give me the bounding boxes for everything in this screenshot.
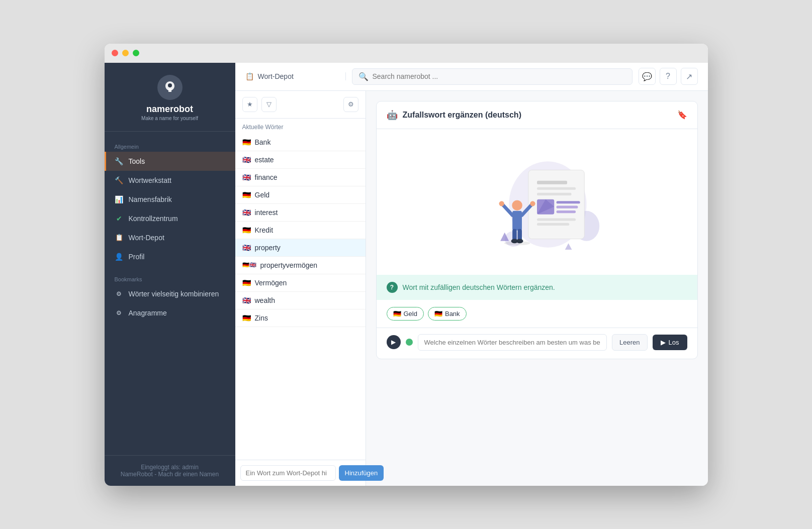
flag-icon: 🇬🇧 — [242, 244, 251, 251]
word-text: wealth — [255, 296, 349, 304]
sidebar-item-tools[interactable]: 🔧 Tools — [105, 152, 235, 171]
app-body: namerobot Make a name for yourself Allge… — [105, 63, 708, 486]
sidebar-item-label: Wortwerkstatt — [129, 176, 171, 184]
svg-rect-11 — [556, 201, 580, 203]
tag-label: Bank — [445, 310, 460, 318]
close-button[interactable] — [112, 50, 118, 56]
tag-bank[interactable]: 🇩🇪 Bank — [428, 307, 467, 321]
sidebar-item-profil[interactable]: 👤 Profil — [105, 247, 235, 266]
word-text: Bank — [255, 138, 349, 146]
los-button[interactable]: ▶ Los — [653, 335, 687, 350]
word-text: Zins — [255, 314, 349, 322]
word-text: interest — [255, 208, 349, 217]
sidebar-item-namensfabrik[interactable]: 📊 Namensfabrik — [105, 190, 235, 209]
search-bar[interactable]: 🔍 — [352, 68, 633, 85]
sidebar-item-anagramme[interactable]: ⚙ Anagramme — [105, 303, 235, 323]
word-item[interactable]: 🇬🇧 estate ⚙ — [235, 151, 366, 169]
word-item[interactable]: 🇩🇪 Zins ⚙ — [235, 309, 366, 327]
tool-illustration — [377, 129, 697, 275]
leeren-button[interactable]: Leeren — [612, 334, 647, 351]
footer-line1: Eingeloggt als: admin — [115, 464, 225, 471]
illustration-svg — [462, 144, 612, 265]
flag-icon: 🇩🇪 — [242, 227, 251, 234]
svg-point-0 — [168, 83, 172, 87]
logo-text: namerobot — [146, 104, 193, 115]
svg-rect-6 — [537, 180, 567, 184]
description-input[interactable] — [418, 334, 607, 351]
svg-rect-16 — [512, 210, 522, 230]
tool-title: Zufallswort ergänzen (deutsch) — [403, 111, 672, 120]
wort-depot-icon: 📋 — [115, 233, 124, 242]
right-panel: 🤖 Zufallswort ergänzen (deutsch) 🔖 — [366, 91, 708, 486]
logo-sub: Make a name for yourself — [141, 116, 198, 121]
sidebar-item-label: Wort-Depot — [129, 234, 164, 242]
chat-button[interactable]: 💬 — [639, 68, 656, 85]
word-item[interactable]: 🇩🇪 Vermögen ⚙ — [235, 274, 366, 292]
filter-button[interactable]: ▽ — [261, 97, 277, 112]
sidebar-item-wort-depot[interactable]: 📋 Wort-Depot — [105, 228, 235, 247]
anagramme-icon: ⚙ — [115, 308, 124, 318]
svg-point-17 — [512, 200, 522, 210]
word-text: Vermögen — [255, 279, 349, 287]
breadcrumb-text: Wort-Depot — [258, 72, 294, 80]
flag-icon: 🇩🇪 — [242, 191, 251, 198]
svg-rect-5 — [528, 170, 584, 239]
sidebar-nav: Allgemein 🔧 Tools 🔨 Wortwerkstatt 📊 Name… — [105, 132, 235, 455]
flag-icon: 🇩🇪🇬🇧 — [242, 262, 256, 268]
word-item[interactable]: 🇬🇧 interest ⚙ — [235, 204, 366, 222]
sidebar-item-kontrollzentrum[interactable]: ✔ Kontrollzentrum — [105, 209, 235, 228]
bookmark-button[interactable]: 🔖 — [677, 110, 687, 120]
word-list: 🇩🇪 Bank ⚙ 🇬🇧 estate ⚙ 🇬🇧 finance — [235, 134, 366, 460]
titlebar — [105, 44, 708, 63]
sidebar-item-label: Namensfabrik — [129, 195, 172, 203]
tag-flag: 🇩🇪 — [393, 310, 401, 318]
word-item[interactable]: 🇩🇪 Kredit ⚙ — [235, 222, 366, 239]
word-item[interactable]: 🇩🇪 Bank ⚙ — [235, 134, 366, 151]
search-icon: 🔍 — [358, 72, 369, 81]
tag-label: Geld — [404, 310, 417, 318]
word-item-selected[interactable]: 🇬🇧 property ⚙ — [235, 239, 366, 257]
kontrollzentrum-icon: ✔ — [115, 214, 124, 223]
word-item[interactable]: 🇩🇪🇬🇧 propertyvermögen ⚙ — [235, 257, 366, 274]
nav-section-bookmarks: Bookmarks — [105, 272, 235, 284]
los-play-icon: ▶ — [661, 339, 666, 346]
breadcrumb-icon: 📋 — [245, 72, 254, 80]
maximize-button[interactable] — [133, 50, 139, 56]
sidebar-item-label: Anagramme — [129, 309, 167, 317]
word-add-input[interactable] — [240, 465, 336, 481]
word-text: propertyvermögen — [260, 261, 349, 269]
export-button[interactable]: ↗ — [681, 68, 698, 85]
word-item[interactable]: 🇬🇧 finance ⚙ — [235, 169, 366, 186]
word-item[interactable]: 🇩🇪 Geld ⚙ — [235, 186, 366, 204]
tag-geld[interactable]: 🇩🇪 Geld — [387, 307, 424, 321]
sidebar-footer: Eingeloggt als: admin NameRobot - Mach d… — [105, 455, 235, 486]
tool-input-row: ▶ Leeren ▶ Los — [377, 328, 697, 359]
search-input[interactable] — [373, 72, 626, 80]
sidebar-logo: namerobot Make a name for yourself — [105, 63, 235, 132]
header-actions: 💬 ? ↗ — [639, 68, 698, 85]
star-button[interactable]: ★ — [242, 97, 257, 112]
word-text: Kredit — [255, 226, 349, 234]
panel-settings-button[interactable]: ⚙ — [343, 97, 358, 112]
tool-card-header: 🤖 Zufallswort ergänzen (deutsch) 🔖 — [377, 101, 697, 129]
sidebar-item-wortwerkstatt[interactable]: 🔨 Wortwerkstatt — [105, 171, 235, 190]
tool-info-bar: ? Wort mit zufälligen deutschen Wörtern … — [377, 275, 697, 300]
logo-icon — [157, 75, 183, 100]
flag-icon: 🇬🇧 — [242, 297, 251, 304]
minimize-button[interactable] — [122, 50, 129, 56]
sidebar-item-kombinieren[interactable]: ⚙ Wörter vielseitig kombinieren — [105, 284, 235, 303]
svg-rect-14 — [537, 218, 576, 221]
tools-icon: 🔧 — [115, 157, 124, 166]
info-icon: ? — [387, 282, 398, 293]
svg-rect-8 — [537, 192, 572, 195]
help-button[interactable]: ? — [660, 68, 677, 85]
content-split: ★ ▽ ⚙ Aktuelle Wörter 🇩🇪 Bank ⚙ — [235, 91, 708, 486]
play-button[interactable]: ▶ — [387, 335, 401, 349]
word-panel-toolbar: ★ ▽ ⚙ — [235, 91, 366, 119]
word-text: Geld — [255, 191, 349, 199]
word-panel-footer: Hinzufügen — [235, 460, 366, 486]
los-label: Los — [669, 339, 679, 346]
word-item[interactable]: 🇬🇧 wealth ⚙ — [235, 292, 366, 309]
flag-icon: 🇩🇪 — [242, 139, 251, 146]
profil-icon: 👤 — [115, 252, 124, 261]
